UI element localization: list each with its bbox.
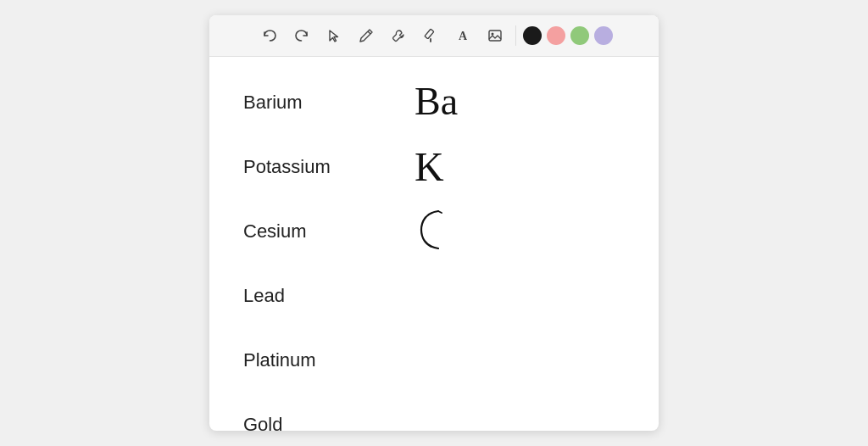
pencil-button[interactable] [353,22,380,49]
undo-button[interactable] [256,22,283,49]
potassium-symbol-svg: K [413,140,455,191]
undo-icon [262,28,277,43]
color-black[interactable] [523,26,542,45]
element-row-potassium: Potassium K [243,138,625,196]
element-row-lead: Lead [243,267,625,325]
element-row-barium: Barium Ba [243,74,625,131]
svg-rect-4 [489,31,501,41]
redo-button[interactable] [288,22,315,49]
select-button[interactable] [320,22,348,49]
svg-text:K: K [415,144,444,189]
canvas-area: Barium Ba Potassium K Cesium [209,57,659,431]
tools-button[interactable] [385,22,412,49]
highlighter-icon [423,28,438,43]
svg-rect-1 [424,29,433,39]
svg-line-0 [368,31,370,34]
element-row-gold: Gold [243,396,625,431]
svg-text:A: A [459,30,468,42]
svg-point-5 [491,33,493,36]
svg-text:Ba: Ba [415,80,458,123]
toolbar: A [209,15,659,57]
element-name-gold: Gold [243,414,413,431]
element-name-lead: Lead [243,285,413,307]
redo-icon [294,28,309,43]
text-icon: A [455,28,470,43]
svg-line-8 [438,211,442,213]
element-name-platinum: Platinum [243,349,413,371]
text-button[interactable]: A [449,22,476,49]
element-row-cesium: Cesium [243,203,625,260]
highlighter-button[interactable] [417,22,444,49]
color-lavender[interactable] [594,26,613,45]
element-name-barium: Barium [243,92,413,114]
canvas-container: A Barium Ba [209,15,659,431]
pencil-icon [359,28,374,43]
element-name-cesium: Cesium [243,220,413,243]
element-symbol-cesium [413,204,455,259]
toolbar-divider [515,25,516,46]
tools-icon [391,28,406,43]
element-row-platinum: Platinum [243,332,625,389]
color-green[interactable] [570,26,589,45]
color-pink[interactable] [547,26,565,45]
element-symbol-potassium: K [413,140,455,194]
barium-symbol-svg: Ba [413,75,472,126]
element-name-potassium: Potassium [243,156,413,178]
image-icon [487,28,503,43]
element-symbol-barium: Ba [413,75,472,130]
cesium-symbol-svg [413,204,455,255]
image-button[interactable] [481,22,509,49]
select-icon [326,28,342,43]
